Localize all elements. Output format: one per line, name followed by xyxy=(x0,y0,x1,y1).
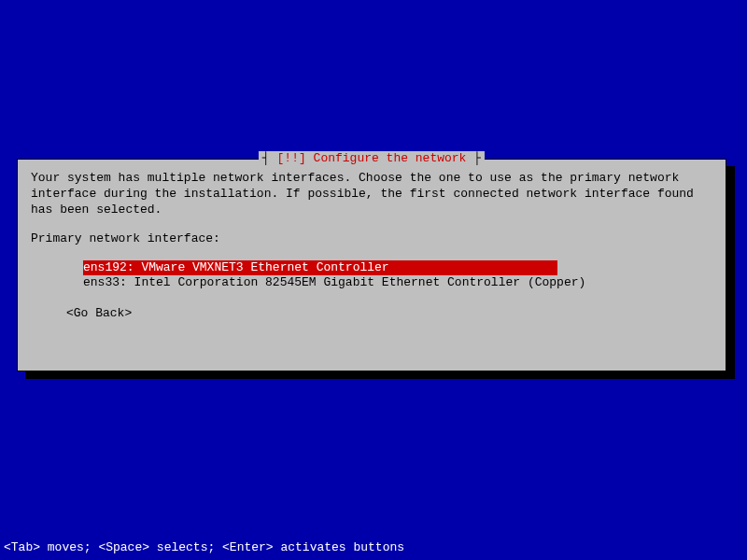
interface-prompt: Primary network interface: xyxy=(31,231,712,247)
interface-list: ens192: VMware VMXNET3 Ethernet Controll… xyxy=(31,260,712,292)
dialog-title: ┤ [!!] Configure the network ├ xyxy=(259,151,485,165)
dialog-content: Your system has multiple network interfa… xyxy=(18,160,726,333)
title-text: Configure the network xyxy=(306,151,467,165)
interface-option-ens192[interactable]: ens192: VMware VMXNET3 Ethernet Controll… xyxy=(83,260,557,276)
interface-option-ens33[interactable]: ens33: Intel Corporation 82545EM Gigabit… xyxy=(83,275,712,291)
configure-network-dialog: ┤ [!!] Configure the network ├ Your syst… xyxy=(17,159,726,371)
title-alert: [!!] xyxy=(277,151,306,165)
title-bracket-close: ├ xyxy=(466,151,481,165)
dialog-description: Your system has multiple network interfa… xyxy=(31,171,712,218)
title-bracket-open: ┤ xyxy=(262,151,277,165)
help-bar: <Tab> moves; <Space> selects; <Enter> ac… xyxy=(4,540,404,554)
go-back-button[interactable]: <Go Back> xyxy=(31,306,712,322)
